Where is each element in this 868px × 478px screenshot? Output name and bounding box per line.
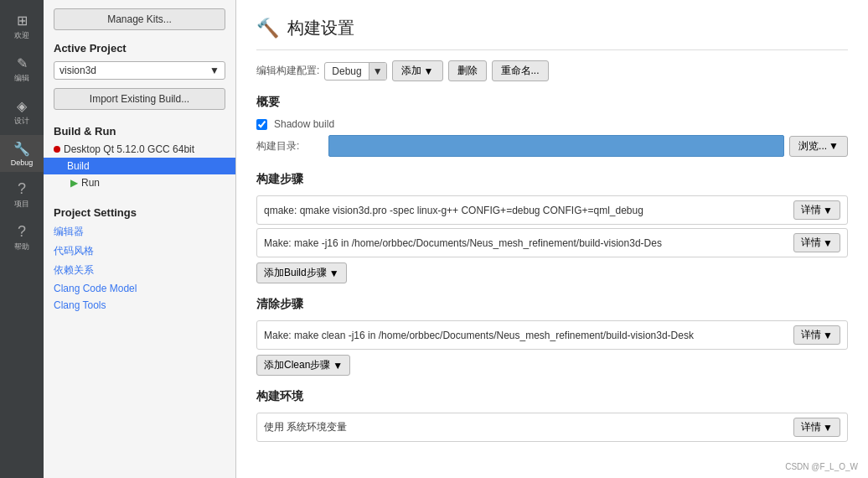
sidebar-item-welcome[interactable]: ⊞ 欢迎 <box>0 7 44 46</box>
table-row: Make: make clean -j16 in /home/orbbec/Do… <box>256 320 848 350</box>
config-label: 编辑构建配置: <box>256 64 319 78</box>
details-label: 详情 <box>801 203 821 217</box>
details-arrow-icon: ▼ <box>823 237 833 249</box>
clean-steps-title: 清除步骤 <box>256 297 848 312</box>
browse-label: 浏览... <box>798 139 827 153</box>
config-value: Debug <box>325 63 368 80</box>
sidebar-item-edit[interactable]: ✎ 编辑 <box>0 49 44 89</box>
editor-settings-link[interactable]: 编辑器 <box>44 222 235 242</box>
details-label: 详情 <box>801 236 821 250</box>
build-dir-label: 构建目录: <box>256 139 323 153</box>
table-row: Make: make -j16 in /home/orbbec/Document… <box>256 228 848 257</box>
add-build-step-label: 添加Build步骤 <box>264 266 327 280</box>
config-row: 编辑构建配置: Debug ▼ 添加 ▼ 删除 重命名... <box>256 60 848 81</box>
project-name: vision3d <box>59 65 96 76</box>
shadow-build-label: Shadow build <box>274 118 341 130</box>
add-config-button[interactable]: 添加 ▼ <box>392 60 443 81</box>
rename-config-button[interactable]: 重命名... <box>492 60 549 81</box>
build-item[interactable]: Build <box>44 158 235 174</box>
debug-icon: 🔧 <box>13 140 30 157</box>
run-item[interactable]: ▶ Run <box>44 174 235 191</box>
clean-steps-section: 清除步骤 Make: make clean -j16 in /home/orbb… <box>256 297 848 376</box>
dependencies-link[interactable]: 依赖关系 <box>44 261 235 280</box>
left-panel: Manage Kits... Active Project vision3d ▼… <box>44 0 236 478</box>
build-dir-input[interactable] <box>328 135 784 157</box>
details-arrow-icon: ▼ <box>823 205 833 216</box>
add-clean-step-button[interactable]: 添加Clean步骤 ▼ <box>256 355 350 376</box>
project-icon: ? <box>13 180 30 197</box>
main-content: 🔨 构建设置 编辑构建配置: Debug ▼ 添加 ▼ 删除 重命名... 概要… <box>236 0 868 478</box>
desktop-kit-item[interactable]: Desktop Qt 5.12.0 GCC 64bit <box>44 141 235 158</box>
project-dropdown[interactable]: vision3d ▼ <box>54 61 225 80</box>
sidebar-item-help[interactable]: ? 帮助 <box>0 218 44 257</box>
footer-note: CSDN @F_L_O_W <box>785 462 858 471</box>
sidebar-item-debug[interactable]: 🔧 Debug <box>0 135 44 172</box>
page-header: 🔨 构建设置 <box>256 17 848 50</box>
clean-step-1-details-button[interactable]: 详情 ▼ <box>793 325 840 345</box>
config-dropdown-arrow-icon[interactable]: ▼ <box>369 63 386 80</box>
build-steps-title: 构建步骤 <box>256 172 848 187</box>
clean-step-1-text: Make: make clean -j16 in /home/orbbec/Do… <box>264 330 793 341</box>
browse-dropdown-icon: ▼ <box>829 140 839 152</box>
shadow-build-checkbox[interactable] <box>256 119 267 130</box>
active-project-label: Active Project <box>44 37 235 58</box>
shadow-build-row: Shadow build <box>256 118 848 130</box>
design-icon: ◈ <box>13 97 30 114</box>
use-system-env-arrow-icon: ▼ <box>823 422 833 434</box>
build-run-label: Build & Run <box>44 120 235 141</box>
config-dropdown[interactable]: Debug ▼ <box>324 62 386 81</box>
use-system-env-details-button[interactable]: 详情 ▼ <box>793 418 840 437</box>
build-step-1-details-button[interactable]: 详情 ▼ <box>793 200 840 220</box>
code-style-link[interactable]: 代码风格 <box>44 242 235 261</box>
add-clean-step-label: 添加Clean步骤 <box>264 358 330 372</box>
browse-button[interactable]: 浏览... ▼ <box>789 136 848 157</box>
add-build-step-arrow-icon: ▼ <box>329 268 339 279</box>
page-title: 构建设置 <box>287 17 354 39</box>
build-settings-icon: 🔨 <box>256 18 279 39</box>
build-steps-section: 构建步骤 qmake: qmake vision3d.pro -spec lin… <box>256 172 848 283</box>
delete-config-button[interactable]: 删除 <box>448 60 487 81</box>
use-system-env-label: 使用 系统环境变量 <box>264 420 793 434</box>
build-step-1-text: qmake: qmake vision3d.pro -spec linux-g+… <box>264 205 793 216</box>
help-icon: ? <box>13 223 30 240</box>
clean-details-label: 详情 <box>801 328 821 342</box>
add-config-label: 添加 <box>401 64 421 78</box>
edit-icon: ✎ <box>13 55 30 71</box>
add-build-step-button[interactable]: 添加Build步骤 ▼ <box>256 262 347 283</box>
welcome-icon: ⊞ <box>13 12 30 29</box>
sidebar-icons: ⊞ 欢迎 ✎ 编辑 ◈ 设计 🔧 Debug ? 项目 ? 帮助 <box>0 0 44 478</box>
build-env-section: 构建环境 使用 系统环境变量 详情 ▼ <box>256 389 848 442</box>
run-play-icon: ▶ <box>70 177 78 189</box>
build-run-section: Build & Run Desktop Qt 5.12.0 GCC 64bit … <box>44 115 235 196</box>
overview-title: 概要 <box>256 95 848 110</box>
run-label: Run <box>81 177 100 189</box>
clang-tools-link[interactable]: Clang Tools <box>44 297 235 314</box>
add-config-arrow-icon: ▼ <box>424 65 434 77</box>
error-indicator <box>54 146 60 153</box>
clang-code-model-link[interactable]: Clang Code Model <box>44 280 235 297</box>
sidebar-item-project[interactable]: ? 项目 <box>0 175 44 215</box>
add-clean-step-arrow-icon: ▼ <box>333 360 343 371</box>
use-system-env-details-label: 详情 <box>801 420 821 434</box>
build-label: Build <box>67 160 90 172</box>
table-row: 使用 系统环境变量 详情 ▼ <box>256 413 848 442</box>
project-dropdown-arrow: ▼ <box>209 65 220 76</box>
clean-details-arrow-icon: ▼ <box>823 330 833 341</box>
project-settings-label: Project Settings <box>44 201 235 222</box>
sidebar-item-design[interactable]: ◈ 设计 <box>0 92 44 132</box>
project-settings-section: Project Settings 编辑器 代码风格 依赖关系 Clang Cod… <box>44 196 235 319</box>
build-dir-row: 构建目录: 浏览... ▼ <box>256 135 848 157</box>
build-step-2-text: Make: make -j16 in /home/orbbec/Document… <box>264 237 793 249</box>
import-existing-build-button[interactable]: Import Existing Build... <box>54 88 225 110</box>
build-step-2-details-button[interactable]: 详情 ▼ <box>793 233 840 252</box>
build-env-title: 构建环境 <box>256 389 848 404</box>
overview-section: 概要 Shadow build 构建目录: 浏览... ▼ <box>256 95 848 157</box>
table-row: qmake: qmake vision3d.pro -spec linux-g+… <box>256 195 848 225</box>
desktop-kit-label: Desktop Qt 5.12.0 GCC 64bit <box>64 143 194 155</box>
manage-kits-button[interactable]: Manage Kits... <box>54 8 225 30</box>
